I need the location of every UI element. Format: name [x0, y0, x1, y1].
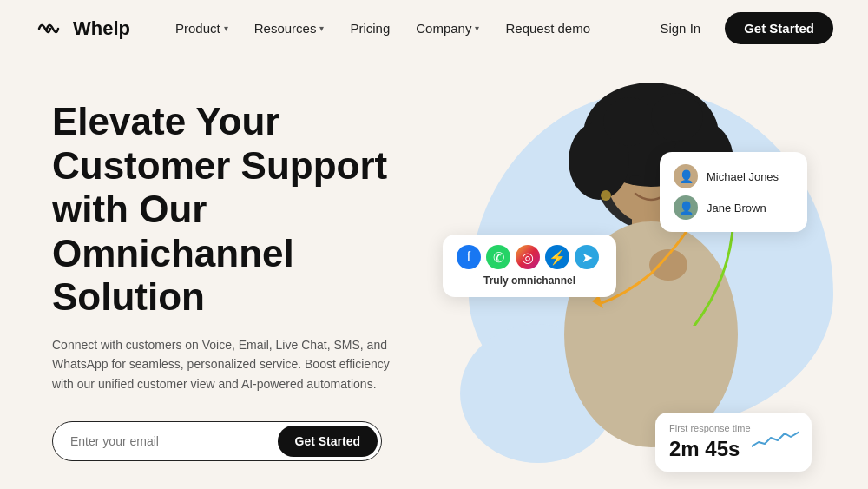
hero-description: Connect with customers on Voice, Email, …: [52, 335, 391, 393]
nav-actions: Sign In Get Started: [649, 12, 833, 44]
social-icons-row: f ✆ ◎ ⚡ ➤: [457, 245, 602, 269]
telegram-icon: ➤: [575, 245, 599, 269]
svg-point-12: [601, 190, 611, 201]
sparkline-chart: [752, 425, 799, 454]
svg-point-8: [603, 97, 655, 146]
nav-company[interactable]: Company ▾: [405, 16, 490, 41]
sign-in-button[interactable]: Sign In: [649, 16, 711, 41]
brand-name: Whelp: [73, 17, 130, 40]
facebook-icon: f: [457, 245, 481, 269]
response-time-card: First response time 2m 45s: [655, 413, 812, 472]
svg-point-14: [649, 249, 687, 281]
user-row-1: 👤 Michael Jones: [674, 161, 793, 192]
svg-point-10: [629, 175, 641, 184]
navbar: Whelp Product ▾ Resources ▾ Pricing Comp…: [0, 0, 868, 56]
whatsapp-icon: ✆: [486, 245, 510, 269]
instagram-icon: ◎: [516, 245, 540, 269]
chevron-down-icon: ▾: [224, 23, 228, 33]
user-name-2: Jane Brown: [707, 202, 766, 215]
logo[interactable]: Whelp: [35, 17, 130, 40]
hero-cta-button[interactable]: Get Started: [278, 426, 378, 457]
users-card: 👤 Michael Jones 👤 Jane Brown: [660, 152, 807, 232]
user-avatar-2: 👤: [674, 195, 698, 220]
hero-content: Elevate Your Customer Support with Our O…: [52, 83, 451, 461]
chevron-down-icon: ▾: [475, 23, 479, 33]
email-input[interactable]: [70, 434, 278, 448]
email-form: Get Started: [52, 421, 382, 461]
user-name-1: Michael Jones: [707, 170, 779, 183]
chevron-down-icon: ▾: [319, 23, 324, 33]
hero-section: Elevate Your Customer Support with Our O…: [0, 56, 868, 489]
get-started-nav-button[interactable]: Get Started: [725, 12, 833, 44]
nav-resources[interactable]: Resources ▾: [244, 16, 335, 41]
hero-visual: f ✆ ◎ ⚡ ➤ Truly omnichannel 👤 Michael Jo…: [451, 83, 816, 489]
omnichannel-label: Truly omnichannel: [457, 274, 602, 287]
user-row-2: 👤 Jane Brown: [674, 192, 793, 223]
nav-pricing[interactable]: Pricing: [339, 16, 400, 41]
svg-point-9: [651, 93, 703, 142]
user-avatar-1: 👤: [674, 164, 698, 188]
nav-product[interactable]: Product ▾: [165, 16, 239, 41]
nav-links: Product ▾ Resources ▾ Pricing Company ▾ …: [165, 16, 649, 41]
omnichannel-card: f ✆ ◎ ⚡ ➤ Truly omnichannel: [443, 235, 616, 297]
nav-request-demo[interactable]: Request demo: [495, 16, 601, 41]
hero-title: Elevate Your Customer Support with Our O…: [52, 100, 451, 320]
messenger-icon: ⚡: [545, 245, 569, 269]
